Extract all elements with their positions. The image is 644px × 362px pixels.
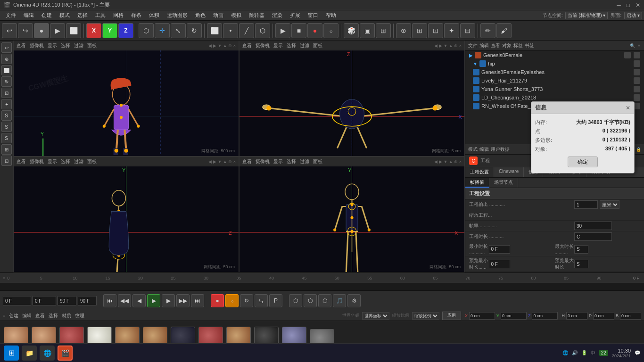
point-mode[interactable]: • — [223, 23, 238, 38]
tc-sound[interactable]: 🎵 — [333, 294, 346, 307]
coord-b-input[interactable] — [620, 312, 641, 320]
y-axis-button[interactable]: Y — [102, 23, 117, 38]
menu-animate[interactable]: 动画 — [209, 11, 227, 20]
menu-simulate[interactable]: 模拟 — [227, 11, 245, 20]
left-tool-3[interactable]: ⬜ — [1, 65, 12, 75]
prop-framerate-input[interactable] — [574, 222, 612, 230]
vp2-menu-display[interactable]: 显示 — [273, 42, 283, 49]
four-btn[interactable]: ⊞ — [376, 23, 391, 38]
prop-max-time-input[interactable] — [574, 245, 588, 254]
vp3-menu-view[interactable]: 查看 — [17, 158, 26, 165]
viewport-perspective[interactable]: 查看 摄像机 显示 选择 过滤 面板 ◀ ▶ ▼ ▲ ⊕ × 透视视图 默认摄像… — [13, 41, 239, 156]
close-button[interactable]: ✕ — [636, 2, 640, 8]
vp2-menu-panel[interactable]: 面板 — [313, 42, 322, 49]
z-axis-button[interactable]: Z — [118, 23, 133, 38]
mat-menu-edit[interactable]: 编辑 — [22, 313, 32, 319]
menu-spline[interactable]: 样条 — [127, 11, 145, 20]
key-btn[interactable]: ⬦ — [323, 23, 339, 38]
menu-render[interactable]: 渲染 — [268, 11, 286, 20]
menu-window[interactable]: 窗口 — [304, 11, 322, 20]
vp3-menu-select[interactable]: 选择 — [61, 158, 70, 165]
tc-frame-current[interactable] — [33, 296, 56, 305]
tc-frame-total[interactable] — [78, 296, 97, 305]
vp1-menu-filter[interactable]: 过滤 — [74, 42, 83, 49]
rotate-tool[interactable]: ↻ — [187, 23, 202, 38]
front-btn[interactable]: ▣ — [360, 23, 375, 38]
props-subtab-scene[interactable]: 场景节点 — [489, 178, 518, 188]
vp3-menu-camera[interactable]: 摄像机 — [30, 158, 44, 165]
menu-edit[interactable]: 编辑 — [20, 11, 38, 20]
vp2-menu-view[interactable]: 查看 — [242, 42, 252, 49]
viewport-front[interactable]: 查看 摄像机 显示 选择 过滤 面板 ◀ ▶ ▼ ▲ ⊕ × 正视图 Y X — [239, 156, 465, 272]
browser-button[interactable]: 🌐 — [40, 346, 55, 361]
menu-extend[interactable]: 扩展 — [286, 11, 304, 20]
render-region[interactable]: ⬜ — [66, 23, 81, 38]
prop-output-scale-input[interactable] — [574, 200, 598, 209]
mat-menu-view[interactable]: 查看 — [35, 313, 45, 319]
grid-btn[interactable]: ⊞ — [412, 23, 427, 38]
coord-p-input[interactable] — [593, 312, 614, 320]
left-tool-1[interactable]: ↩ — [1, 42, 12, 53]
vp1-menu-select[interactable]: 选择 — [61, 42, 70, 49]
tc-prev-frame[interactable]: ◀◀ — [118, 294, 131, 307]
scene-filter-icon[interactable]: ▼ — [637, 43, 641, 48]
tc-goto-start[interactable]: ⏮ — [103, 294, 116, 307]
tc-ping-pong[interactable]: ⇆ — [255, 294, 268, 307]
prop-min-time-input[interactable] — [489, 245, 510, 254]
left-tool-4[interactable]: ↻ — [1, 76, 12, 87]
play-btn[interactable]: ▶ — [275, 23, 290, 38]
vp2-menu-select[interactable]: 选择 — [287, 42, 296, 49]
brush-btn[interactable]: ✏ — [480, 23, 495, 38]
scene-item-genesis8female[interactable]: ▶ Genesis8Female — [465, 51, 644, 59]
props-tab-cineware[interactable]: Cineware — [494, 167, 524, 177]
light-btn[interactable]: ✦ — [444, 23, 459, 38]
scene-menu-bookmark[interactable]: 书签 — [525, 42, 534, 49]
props-menu-mode[interactable]: 模式 — [468, 146, 478, 153]
scene-item-shorts[interactable]: Yuna Gunner Shorts_3773 — [465, 85, 644, 93]
menu-select[interactable]: 选择 — [74, 11, 91, 20]
timeline-track[interactable] — [0, 283, 644, 291]
tc-record[interactable]: ● — [211, 294, 224, 307]
menu-tools[interactable]: 工具 — [91, 11, 109, 20]
record-btn[interactable]: ● — [307, 23, 322, 38]
props-lock[interactable]: 🔒 — [636, 147, 641, 152]
coord-scale-select[interactable]: 缩放比例 — [412, 312, 439, 320]
menu-file[interactable]: 文件 — [2, 11, 20, 20]
live-button[interactable]: ● — [34, 23, 49, 38]
tc-step-fwd[interactable]: ▶ — [162, 294, 175, 307]
vp1-menu-display[interactable]: 显示 — [48, 42, 57, 49]
scene-menu-edit[interactable]: 编辑 — [479, 42, 489, 49]
scene-item-cheongsam[interactable]: LD_Cheongsam_20218 — [465, 93, 644, 102]
prop-preview-max-input[interactable] — [574, 260, 588, 268]
info-ok-button[interactable]: 确定 — [568, 156, 598, 167]
minimize-button[interactable]: ─ — [617, 2, 621, 8]
scene-item-hair[interactable]: Lively_Hair_211279 — [465, 76, 644, 85]
left-tool-8[interactable]: S — [1, 122, 12, 132]
vp1-menu-panel[interactable]: 面板 — [87, 42, 97, 49]
props-menu-userdata[interactable]: 用户数据 — [491, 146, 510, 153]
persp-btn[interactable]: 🎲 — [344, 23, 359, 38]
tc-record-param[interactable]: ⬦ — [225, 294, 239, 307]
coord-apply-button[interactable]: 应用 — [442, 312, 461, 320]
scene-menu-view[interactable]: 查看 — [491, 42, 500, 49]
undo-button[interactable]: ↩ — [2, 23, 17, 38]
scene-menu-file[interactable]: 文件 — [468, 42, 478, 49]
object-mode[interactable]: ⬜ — [207, 23, 222, 38]
prop-project-length-input[interactable] — [574, 232, 612, 241]
redo-button[interactable]: ↪ — [18, 23, 33, 38]
tc-key-all[interactable]: P — [269, 294, 282, 307]
mat-menu-material[interactable]: 材质 — [62, 313, 71, 319]
vp1-menu-view[interactable]: 查看 — [17, 42, 26, 49]
vp4-menu-display[interactable]: 显示 — [273, 158, 283, 165]
props-tab-project[interactable]: 工程设置 — [465, 167, 494, 177]
render-active[interactable]: ▶ — [50, 23, 65, 38]
menu-mograph[interactable]: 运动图形 — [163, 11, 191, 20]
left-tool-11[interactable]: ⊡ — [1, 156, 12, 166]
vp4-menu-camera[interactable]: 摄像机 — [256, 158, 270, 165]
move-tool[interactable]: ✛ — [155, 23, 170, 38]
mat-menu-create[interactable]: 创建 — [9, 313, 18, 319]
vp4-menu-select[interactable]: 选择 — [287, 158, 296, 165]
prop-unit-select[interactable]: 厘米 — [600, 200, 619, 209]
titlebar-controls[interactable]: ─ □ ✕ — [617, 2, 640, 8]
scene-search-icon[interactable]: 🔍 — [630, 43, 635, 48]
